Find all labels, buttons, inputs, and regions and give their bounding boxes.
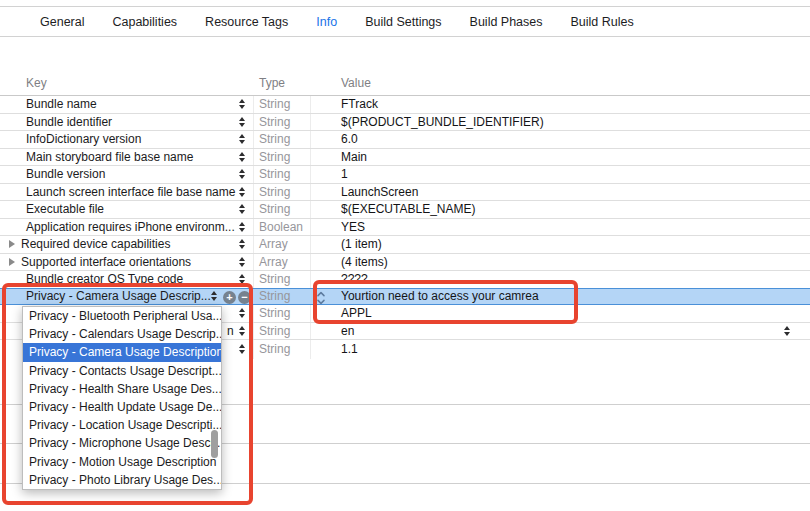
- stepper-down-icon: [239, 228, 245, 232]
- table-row[interactable]: Bundle versionString1: [0, 166, 810, 184]
- disclosure-triangle-icon[interactable]: [9, 258, 15, 266]
- dropdown-item[interactable]: Privacy - Photo Library Usage Des...: [23, 471, 221, 489]
- stepper-up-icon: [239, 257, 245, 261]
- stepper-control[interactable]: [239, 117, 245, 127]
- row-type: String: [259, 272, 290, 286]
- row-value: FTrack: [341, 97, 378, 111]
- table-row[interactable]: Supported interface orientationsArray(4 …: [0, 254, 810, 272]
- dropdown-item[interactable]: Privacy - Contacts Usage Descript...: [23, 362, 221, 380]
- row-type: String: [259, 342, 290, 356]
- row-key: Bundle creator OS Type code: [26, 272, 183, 286]
- stepper-control[interactable]: [239, 239, 245, 249]
- dropdown-item[interactable]: Privacy - Microphone Usage Descr...: [23, 434, 221, 452]
- table-row[interactable]: Bundle identifierString$(PRODUCT_BUNDLE_…: [0, 114, 810, 132]
- disclosure-triangle-icon[interactable]: [9, 240, 15, 248]
- stepper-down-icon: [239, 123, 245, 127]
- table-row[interactable]: Privacy - Camera Usage Descrip...+−Strin…: [0, 288, 810, 306]
- row-value: (4 items): [341, 255, 388, 269]
- table-row[interactable]: Executable fileString$(EXECUTABLE_NAME): [0, 201, 810, 219]
- scrollbar-thumb[interactable]: [211, 430, 218, 458]
- table-row[interactable]: Required device capabilitiesArray(1 item…: [0, 236, 810, 254]
- tab-build-rules[interactable]: Build Rules: [571, 15, 634, 29]
- stepper-down-icon: [239, 175, 245, 179]
- row-value: 1.1: [341, 342, 358, 356]
- stepper-control[interactable]: [239, 257, 245, 267]
- table-header-row: Key Type Value: [0, 74, 810, 95]
- table-row[interactable]: Launch screen interface file base nameSt…: [0, 184, 810, 202]
- dropdown-item[interactable]: Privacy - Bluetooth Peripheral Usa...: [23, 307, 221, 325]
- row-key: Launch screen interface file base name: [26, 185, 235, 199]
- stepper-down-icon: [784, 332, 790, 336]
- stepper-down-icon: [239, 193, 245, 197]
- row-value: $(PRODUCT_BUNDLE_IDENTIFIER): [341, 115, 544, 129]
- row-key: Bundle name: [26, 97, 97, 111]
- stepper-down-icon: [239, 105, 245, 109]
- row-type: String: [259, 306, 290, 320]
- stepper-up-icon: [239, 222, 245, 226]
- stepper-control[interactable]: [239, 308, 245, 318]
- stepper-up-icon: [239, 344, 245, 348]
- stepper-control[interactable]: [239, 134, 245, 144]
- tab-resource-tags[interactable]: Resource Tags: [205, 15, 288, 29]
- xcode-info-editor: GeneralCapabilitiesResource TagsInfoBuil…: [0, 0, 810, 511]
- stepper-control[interactable]: [211, 291, 217, 301]
- column-header-key: Key: [26, 76, 47, 90]
- stepper-control[interactable]: [239, 204, 245, 214]
- stepper-up-icon: [784, 326, 790, 330]
- stepper-up-icon: [211, 291, 217, 295]
- row-key: Bundle version: [26, 167, 105, 181]
- row-value: 6.0: [341, 132, 358, 146]
- stepper-up-icon: [239, 99, 245, 103]
- row-type: Array: [259, 255, 288, 269]
- table-row[interactable]: Bundle creator OS Type codeString????: [0, 271, 810, 289]
- stepper-control[interactable]: [239, 152, 245, 162]
- column-header-value: Value: [341, 76, 371, 90]
- dropdown-item[interactable]: Privacy - Location Usage Descripti...: [23, 416, 221, 434]
- stepper-control[interactable]: [239, 274, 245, 284]
- key-dropdown: Privacy - Bluetooth Peripheral Usa...Pri…: [22, 306, 222, 490]
- row-type: String: [259, 150, 290, 164]
- row-value: LaunchScreen: [341, 185, 418, 199]
- row-value: YES: [341, 220, 365, 234]
- tab-build-phases[interactable]: Build Phases: [470, 15, 543, 29]
- add-row-button[interactable]: +: [223, 291, 236, 304]
- stepper-down-icon: [239, 314, 245, 318]
- stepper-control[interactable]: [239, 326, 245, 336]
- row-type: String: [259, 97, 290, 111]
- dropdown-item[interactable]: Privacy - Health Update Usage De...: [23, 398, 221, 416]
- table-row[interactable]: InfoDictionary versionString6.0: [0, 131, 810, 149]
- stepper-control[interactable]: [239, 169, 245, 179]
- stepper-down-icon: [239, 280, 245, 284]
- row-value: Yourtion need to access your camrea: [341, 289, 539, 303]
- row-key: Main storyboard file base name: [26, 150, 193, 164]
- stepper-up-icon: [239, 134, 245, 138]
- table-row[interactable]: Bundle nameStringFTrack: [0, 96, 810, 114]
- table-row[interactable]: Main storyboard file base nameStringMain: [0, 149, 810, 167]
- row-key: Executable file: [26, 202, 104, 216]
- remove-row-button[interactable]: −: [238, 291, 251, 304]
- dropdown-item[interactable]: Privacy - Calendars Usage Descrip...: [23, 325, 221, 343]
- stepper-up-icon: [239, 117, 245, 121]
- stepper-control[interactable]: [239, 187, 245, 197]
- row-type: String: [259, 185, 290, 199]
- tab-general[interactable]: General: [40, 15, 84, 29]
- row-value: $(EXECUTABLE_NAME): [341, 202, 475, 216]
- dropdown-item[interactable]: Privacy - Camera Usage Description: [23, 343, 221, 361]
- dropdown-item[interactable]: Privacy - Health Share Usage Des...: [23, 380, 221, 398]
- row-type: Array: [259, 237, 288, 251]
- stepper-control[interactable]: [239, 99, 245, 109]
- tab-capabilities[interactable]: Capabilities: [112, 15, 177, 29]
- tab-build-settings[interactable]: Build Settings: [365, 15, 441, 29]
- table-row[interactable]: Application requires iPhone environm...B…: [0, 219, 810, 237]
- dropdown-item[interactable]: Privacy - Motion Usage Description: [23, 453, 221, 471]
- row-key: Required device capabilities: [21, 237, 170, 251]
- stepper-control[interactable]: [784, 326, 790, 336]
- stepper-down-icon: [239, 332, 245, 336]
- stepper-down-icon: [239, 245, 245, 249]
- value-popup-stepper-icon[interactable]: [316, 291, 326, 305]
- stepper-control[interactable]: [239, 344, 245, 354]
- stepper-down-icon: [239, 263, 245, 267]
- tab-info[interactable]: Info: [316, 15, 337, 29]
- stepper-control[interactable]: [239, 222, 245, 232]
- row-value: 1: [341, 167, 348, 181]
